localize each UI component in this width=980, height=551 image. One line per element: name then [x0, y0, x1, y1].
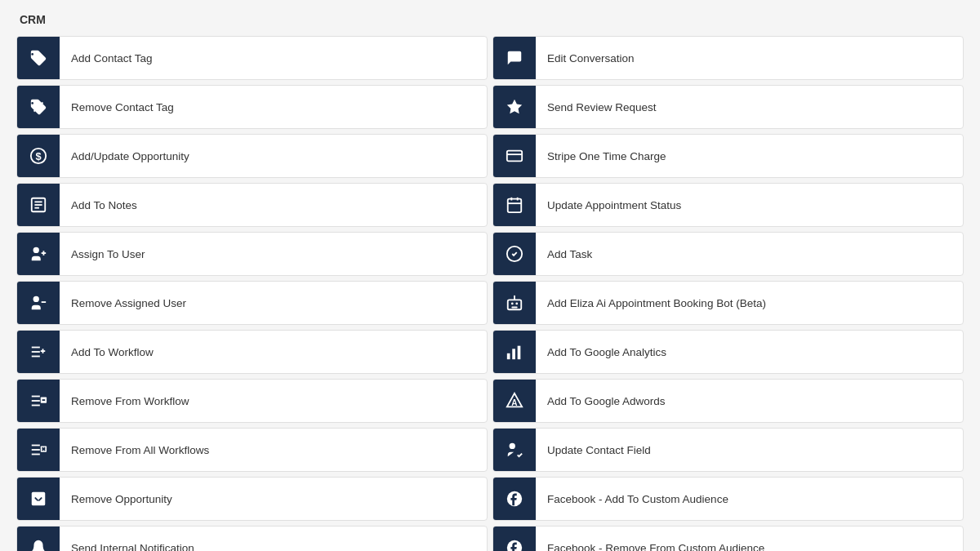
- action-label-remove-from-workflow: Remove From Workflow: [60, 395, 201, 407]
- svg-point-22: [511, 303, 514, 305]
- action-item-add-to-google-adwords[interactable]: A Add To Google Adwords: [492, 379, 964, 423]
- svg-rect-33: [512, 349, 515, 359]
- user-add-icon: [17, 233, 60, 275]
- svg-point-14: [33, 247, 39, 253]
- robot-icon: [493, 282, 536, 324]
- arrow-down-icon: [17, 478, 60, 520]
- svg-text:$: $: [35, 150, 41, 162]
- action-item-add-contact-tag[interactable]: Add Contact Tag: [16, 36, 488, 80]
- svg-point-48: [510, 443, 515, 449]
- action-item-add-to-google-analytics[interactable]: Add To Google Analytics: [492, 330, 964, 374]
- action-item-send-internal-notification[interactable]: Send Internal Notification: [16, 526, 488, 551]
- svg-rect-32: [507, 353, 510, 359]
- action-label-add-to-notes: Add To Notes: [60, 199, 149, 211]
- action-item-edit-conversation[interactable]: Edit Conversation: [492, 36, 964, 80]
- action-item-add-update-opportunity[interactable]: $ Add/Update Opportunity: [16, 134, 488, 178]
- list-add-icon: [17, 331, 60, 373]
- action-label-add-task: Add Task: [536, 248, 604, 260]
- action-label-add-to-google-analytics: Add To Google Analytics: [536, 346, 678, 358]
- dollar-icon: $: [17, 135, 60, 177]
- calendar-icon: [493, 184, 536, 226]
- action-label-remove-from-all-workflows: Remove From All Workflows: [60, 444, 220, 456]
- actions-grid: Add Contact Tag Edit Conversation Remove…: [16, 36, 964, 551]
- svg-marker-1: [507, 100, 522, 113]
- action-item-facebook-remove-custom-audience[interactable]: Facebook - Remove From Custom Audience: [492, 526, 964, 551]
- action-label-remove-opportunity: Remove Opportunity: [60, 493, 184, 505]
- action-item-assign-to-user[interactable]: Assign To User: [16, 232, 488, 276]
- action-label-add-eliza-ai: Add Eliza Ai Appointment Booking Bot (Be…: [536, 297, 777, 309]
- user-remove-icon: [17, 282, 60, 324]
- action-label-send-internal-notification: Send Internal Notification: [60, 542, 206, 552]
- action-item-remove-contact-tag[interactable]: Remove Contact Tag: [16, 85, 488, 129]
- action-label-edit-conversation: Edit Conversation: [536, 52, 646, 64]
- user-edit-icon: [493, 429, 536, 471]
- action-label-stripe-one-time-charge: Stripe One Time Charge: [536, 150, 678, 162]
- bell-icon: [17, 527, 60, 551]
- facebook-icon: [493, 478, 536, 520]
- action-label-update-appointment-status: Update Appointment Status: [536, 199, 693, 211]
- action-label-send-review-request: Send Review Request: [536, 101, 668, 113]
- action-item-remove-assigned-user[interactable]: Remove Assigned User: [16, 281, 488, 325]
- action-label-add-update-opportunity: Add/Update Opportunity: [60, 150, 201, 162]
- action-item-remove-from-workflow[interactable]: Remove From Workflow: [16, 379, 488, 423]
- svg-text:A: A: [511, 398, 518, 407]
- action-label-remove-contact-tag: Remove Contact Tag: [60, 101, 185, 113]
- bar-chart-icon: [493, 331, 536, 373]
- list-remove-icon: [17, 380, 60, 422]
- action-item-add-to-workflow[interactable]: Add To Workflow: [16, 330, 488, 374]
- action-label-facebook-remove-custom-audience: Facebook - Remove From Custom Audience: [536, 542, 776, 552]
- adwords-icon: A: [493, 380, 536, 422]
- action-item-add-eliza-ai[interactable]: Add Eliza Ai Appointment Booking Bot (Be…: [492, 281, 964, 325]
- action-label-update-contact-field: Update Contact Field: [536, 444, 662, 456]
- card-icon: [493, 135, 536, 177]
- svg-rect-34: [518, 346, 521, 360]
- action-label-assign-to-user: Assign To User: [60, 248, 157, 260]
- action-item-stripe-one-time-charge[interactable]: Stripe One Time Charge: [492, 134, 964, 178]
- action-label-add-to-workflow: Add To Workflow: [60, 346, 165, 358]
- facebook-icon: [493, 527, 536, 551]
- action-item-update-contact-field[interactable]: Update Contact Field: [492, 428, 964, 472]
- action-item-remove-opportunity[interactable]: Remove Opportunity: [16, 477, 488, 521]
- star-icon: [493, 86, 536, 128]
- chat-icon: [493, 37, 536, 79]
- action-item-send-review-request[interactable]: Send Review Request: [492, 85, 964, 129]
- tag-remove-icon: [17, 86, 60, 128]
- svg-point-23: [515, 303, 518, 305]
- action-label-add-to-google-adwords: Add To Google Adwords: [536, 395, 677, 407]
- svg-rect-10: [508, 199, 522, 212]
- notes-icon: [17, 184, 60, 226]
- action-label-remove-assigned-user: Remove Assigned User: [60, 297, 198, 309]
- svg-point-19: [33, 296, 39, 302]
- svg-point-25: [514, 295, 515, 297]
- action-item-add-to-notes[interactable]: Add To Notes: [16, 183, 488, 227]
- action-label-facebook-add-custom-audience: Facebook - Add To Custom Audience: [536, 493, 740, 505]
- svg-rect-4: [507, 151, 522, 162]
- section-title: CRM: [16, 13, 964, 26]
- page-wrapper: CRM Add Contact Tag Edit Conversation Re…: [0, 0, 980, 551]
- action-item-remove-from-all-workflows[interactable]: Remove From All Workflows: [16, 428, 488, 472]
- svg-rect-21: [508, 300, 522, 309]
- action-item-facebook-add-custom-audience[interactable]: Facebook - Add To Custom Audience: [492, 477, 964, 521]
- check-circle-icon: [493, 233, 536, 275]
- list-remove-all-icon: [17, 429, 60, 471]
- action-label-add-contact-tag: Add Contact Tag: [60, 52, 164, 64]
- action-item-add-task[interactable]: Add Task: [492, 232, 964, 276]
- action-item-update-appointment-status[interactable]: Update Appointment Status: [492, 183, 964, 227]
- tag-icon: [17, 37, 60, 79]
